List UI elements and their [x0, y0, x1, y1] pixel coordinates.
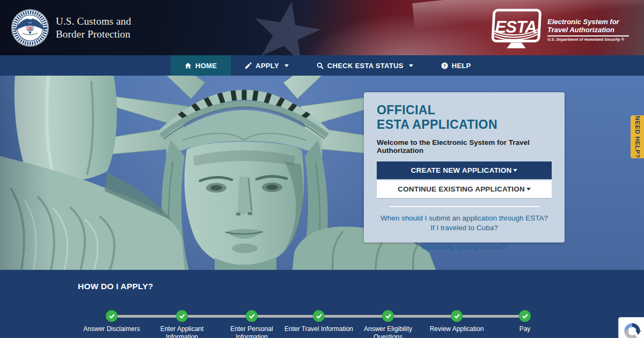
agency-name: U.S. Customs and Border Protection: [56, 15, 131, 41]
esta-logo: ESTA Electronic System for Travel Author…: [489, 9, 629, 50]
step-check-icon: [519, 310, 531, 322]
nav-item-check-esta-status[interactable]: CHECK ESTA STATUS: [303, 55, 427, 76]
step-label: Pay: [485, 325, 565, 333]
step-check-icon: [451, 310, 463, 322]
home-icon: [185, 62, 192, 69]
chevron-down-icon: [409, 64, 413, 67]
recaptcha-icon: [623, 321, 642, 338]
esta-logo-divider: [547, 35, 629, 36]
step-label: Enter Travel Information: [279, 325, 359, 333]
create-new-application-label: CREATE NEW APPLICATION: [411, 166, 512, 174]
nav-item-label: HOME: [195, 62, 217, 70]
help-circle-icon: ?: [441, 62, 448, 69]
step-check-icon: [106, 310, 118, 322]
esta-logo-text: Electronic System for Travel Authorizati…: [547, 18, 629, 41]
card-welcome-text: Welcome to the Electronic System for Tra…: [377, 138, 552, 155]
esta-tagline: Electronic System for Travel Authorizati…: [547, 18, 629, 34]
card-title: OFFICIAL ESTA APPLICATION: [377, 103, 552, 132]
chevron-down-icon: [526, 188, 531, 190]
step-check-icon: [246, 310, 258, 322]
how-do-i-apply-section: HOW DO I APPLY? Answer Disclaimers Enter…: [0, 270, 644, 338]
nav-item-help[interactable]: ? HELP: [427, 55, 485, 76]
step-check-icon: [313, 310, 325, 322]
top-banner: U.S. Customs and Border Protection ESTA …: [0, 0, 644, 55]
svg-text:?: ?: [443, 63, 446, 68]
apply-heading: HOW DO I APPLY?: [78, 282, 153, 291]
continue-existing-application-button[interactable]: CONTINUE EXISTING APPLICATION: [377, 180, 552, 198]
pencil-icon: [245, 62, 252, 69]
esta-acronym: ESTA: [495, 18, 537, 36]
dhs-seal-icon: [11, 9, 49, 47]
continue-existing-application-label: CONTINUE EXISTING APPLICATION: [398, 185, 525, 193]
chevron-down-icon: [284, 64, 289, 67]
main-nav: HOME APPLY CHECK ESTA STATUS ? HELP: [0, 55, 644, 76]
nav-item-apply[interactable]: APPLY: [231, 55, 303, 76]
need-help-getting-started-link[interactable]: Need help getting started?: [377, 243, 552, 252]
step-label: Answer Disclaimers: [71, 325, 152, 333]
search-icon: [317, 62, 324, 69]
create-new-application-button[interactable]: CREATE NEW APPLICATION: [377, 161, 552, 179]
step-label: Enter Applicant Information: [142, 325, 222, 338]
when-to-submit-link[interactable]: When should I submit an application thro…: [377, 214, 552, 233]
esta-monitor-icon: ESTA: [489, 9, 543, 50]
card-divider: [389, 206, 539, 207]
need-help-tab[interactable]: NEED HELP?: [631, 115, 644, 158]
chevron-down-icon: [513, 169, 517, 172]
esta-home-page: U.S. Customs and Border Protection ESTA …: [0, 0, 644, 338]
flag-star-decoration: [246, 0, 326, 55]
esta-department-line: U.S. Department of Homeland Security ®: [547, 38, 629, 41]
nav-item-label: HELP: [452, 62, 471, 70]
hero-section: OFFICIAL ESTA APPLICATION Welcome to the…: [0, 76, 644, 270]
recaptcha-badge[interactable]: [618, 317, 644, 338]
step-check-icon: [382, 310, 394, 322]
nav-item-label: APPLY: [255, 62, 279, 70]
nav-item-label: CHECK ESTA STATUS: [327, 62, 404, 70]
nav-item-home[interactable]: HOME: [171, 55, 231, 76]
cbp-logo-link[interactable]: U.S. Customs and Border Protection: [11, 9, 131, 47]
official-esta-application-card: OFFICIAL ESTA APPLICATION Welcome to the…: [364, 92, 565, 243]
step-check-icon: [176, 310, 188, 322]
